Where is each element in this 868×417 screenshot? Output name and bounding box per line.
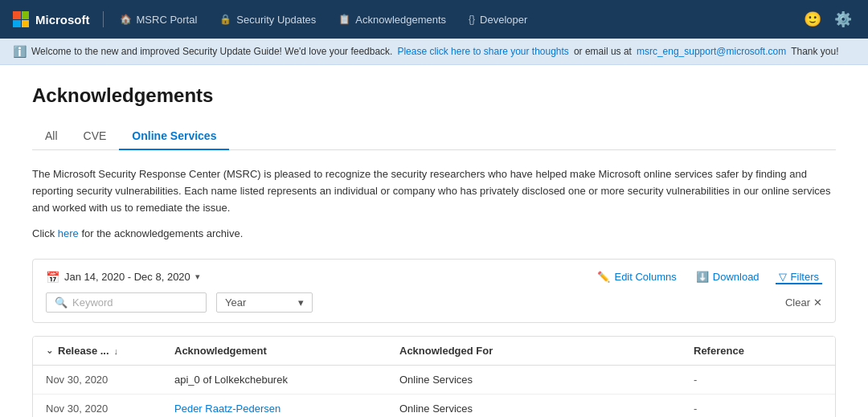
info-banner: ℹ️ Welcome to the new and improved Secur… [0,39,868,65]
cell-acknowledged-for: Online Services [399,403,694,415]
archive-link[interactable]: here [58,227,82,239]
cell-acknowledgement: Peder Raatz-Pedersen [174,403,399,415]
table-scroll-wrapper[interactable]: Nov 30, 2020api_0 of LolkekcheburekOnlin… [33,366,835,417]
info-icon: ℹ️ [13,45,27,58]
brand-name: Microsoft [35,13,90,27]
nav-security-updates[interactable]: 🔒 Security Updates [210,10,326,29]
filters-top-row: 📅 Jan 14, 2020 - Dec 8, 2020 ▾ ✏️ Edit C… [46,269,822,284]
results-table-container: ⌄ Release ... ↓ Acknowledgement Acknowle… [32,336,836,417]
acknowledgement-link[interactable]: Peder Raatz-Pedersen [174,403,280,415]
lock-icon: 🔒 [219,14,231,25]
filters-bar: 📅 Jan 14, 2020 - Dec 8, 2020 ▾ ✏️ Edit C… [32,259,836,323]
cell-reference: - [694,403,822,415]
table-row: Nov 30, 2020Peder Raatz-PedersenOnline S… [33,395,835,417]
home-icon: 🏠 [120,14,132,25]
cell-release: Nov 30, 2020 [46,403,174,415]
nav-links: 🏠 MSRC Portal 🔒 Security Updates 📋 Ackno… [110,10,801,29]
column-header-acknowledged-for: Acknowledged For [399,345,694,357]
tab-all[interactable]: All [32,123,71,150]
banner-text-middle: or email us at [574,46,632,57]
column-header-release: ⌄ Release ... ↓ [46,345,174,357]
calendar-icon: 📅 [46,271,59,284]
page-description: The Microsoft Security Response Center (… [32,166,836,216]
archive-text-after: for the acknowledgements archive. [81,227,243,239]
cell-acknowledged-for: Online Services [399,374,694,386]
main-content: Acknowledgements All CVE Online Services… [0,65,868,417]
column-header-reference: Reference [694,345,822,357]
cell-acknowledgement: api_0 of Lolkekcheburek [174,374,399,386]
smiley-icon[interactable]: 🙂 [800,9,825,30]
download-button[interactable]: ⬇️ Download [693,269,763,284]
column-header-acknowledgement: Acknowledgement [174,345,399,357]
year-label: Year [225,296,246,309]
brand-logo[interactable]: Microsoft [13,11,104,27]
collapse-icon[interactable]: ⌄ [46,345,53,356]
filters-button[interactable]: ▽ Filters [776,269,822,284]
year-chevron-icon: ▾ [298,296,304,309]
settings-icon[interactable]: ⚙️ [831,9,855,30]
download-icon: ⬇️ [696,271,709,283]
tab-cve[interactable]: CVE [71,123,120,150]
clipboard-icon: 📋 [338,14,350,25]
code-icon: {} [469,14,475,25]
cell-reference: - [694,374,822,386]
nav-msrc-portal[interactable]: 🏠 MSRC Portal [110,10,207,29]
archive-text-before: Click [32,227,55,239]
archive-text: Click here for the acknowledgements arch… [32,226,836,243]
table-row: Nov 30, 2020api_0 of LolkekcheburekOnlin… [33,366,835,395]
nav-acknowledgements[interactable]: 📋 Acknowledgements [329,10,456,29]
tab-online-services[interactable]: Online Services [119,123,229,150]
top-navigation: Microsoft 🏠 MSRC Portal 🔒 Security Updat… [0,0,868,39]
nav-developer[interactable]: {} Developer [459,10,537,29]
date-range-text: Jan 14, 2020 - Dec 8, 2020 [64,271,190,283]
banner-text-after: Thank you! [791,46,838,57]
keyword-placeholder: Keyword [72,296,113,309]
clear-button[interactable]: Clear ✕ [785,296,822,309]
filter-icon: ▽ [779,271,787,283]
nav-right-icons: 🙂 ⚙️ [800,9,855,30]
microsoft-logo [13,11,29,27]
filter-action-buttons: ✏️ Edit Columns ⬇️ Download ▽ Filters [594,269,822,284]
page-title: Acknowledgements [32,84,836,107]
edit-columns-icon: ✏️ [597,271,610,283]
banner-text-before: Welcome to the new and improved Security… [31,46,392,57]
cell-release: Nov 30, 2020 [46,374,174,386]
edit-columns-button[interactable]: ✏️ Edit Columns [594,269,679,284]
banner-link2[interactable]: msrc_eng_support@microsoft.com [637,46,786,57]
search-icon: 🔍 [55,296,68,309]
tabs-container: All CVE Online Services [32,123,836,150]
banner-link1[interactable]: Please click here to share your thoughts [397,46,568,57]
clear-label: Clear [785,296,810,309]
chevron-down-icon: ▾ [195,272,200,282]
table-header: ⌄ Release ... ↓ Acknowledgement Acknowle… [33,337,835,366]
date-range-selector[interactable]: 📅 Jan 14, 2020 - Dec 8, 2020 ▾ [46,271,200,284]
clear-icon: ✕ [813,296,822,309]
year-select[interactable]: Year ▾ [216,292,313,313]
keyword-search-box[interactable]: 🔍 Keyword [46,292,207,313]
sort-icon[interactable]: ↓ [114,346,119,356]
filters-bottom-row: 🔍 Keyword Year ▾ Clear ✕ [46,292,822,313]
